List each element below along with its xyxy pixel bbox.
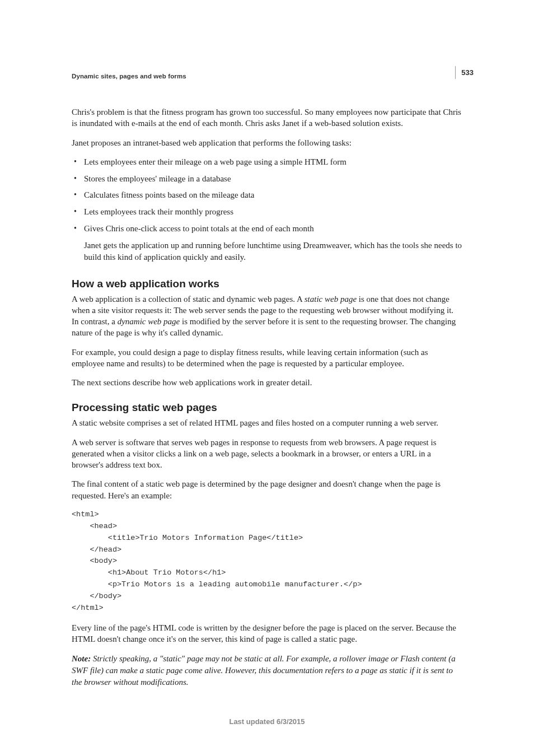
section1-paragraph-1: A web application is a collection of sta… — [72, 293, 462, 339]
text-run: A web application is a collection of sta… — [72, 295, 305, 304]
page-number: 533 — [455, 66, 474, 79]
list-item: Gives Chris one-click access to point to… — [72, 223, 462, 235]
section-heading-how-works: How a web application works — [72, 278, 462, 290]
task-list: Lets employees enter their mileage on a … — [72, 156, 462, 235]
section-heading-static-pages: Processing static web pages — [72, 402, 462, 414]
intro-paragraph-1: Chris's problem is that the fitness prog… — [72, 106, 462, 129]
note-body: Strictly speaking, a "static" page may n… — [72, 654, 456, 687]
section1-paragraph-2: For example, you could design a page to … — [72, 347, 462, 370]
list-item: Stores the employees' mileage in a datab… — [72, 173, 462, 185]
section2-paragraph-1: A static website comprises a set of rela… — [72, 417, 462, 428]
note-paragraph: Note: Strictly speaking, a "static" page… — [72, 653, 462, 688]
footer-last-updated: Last updated 6/3/2015 — [0, 717, 534, 726]
page: 533 Dynamic sites, pages and web forms C… — [0, 0, 534, 756]
section2-paragraph-3: The final content of a static web page i… — [72, 478, 462, 501]
note-label: Note: — [72, 654, 93, 663]
code-block: <html> <head> <title>Trio Motors Informa… — [72, 509, 462, 614]
section2-paragraph-4: Every line of the page's HTML code is wr… — [72, 622, 462, 645]
running-head: Dynamic sites, pages and web forms — [72, 73, 462, 80]
after-list-paragraph: Janet gets the application up and runnin… — [84, 240, 462, 263]
section1-paragraph-3: The next sections describe how web appli… — [72, 377, 462, 388]
intro-paragraph-2: Janet proposes an intranet-based web app… — [72, 137, 462, 148]
list-item: Lets employees track their monthly progr… — [72, 206, 462, 218]
term-dynamic-web-page: dynamic web page — [118, 317, 180, 326]
list-item: Lets employees enter their mileage on a … — [72, 156, 462, 169]
section2-paragraph-2: A web server is software that serves web… — [72, 437, 462, 471]
term-static-web-page: static web page — [305, 295, 357, 304]
list-item: Calculates fitness points based on the m… — [72, 189, 462, 202]
